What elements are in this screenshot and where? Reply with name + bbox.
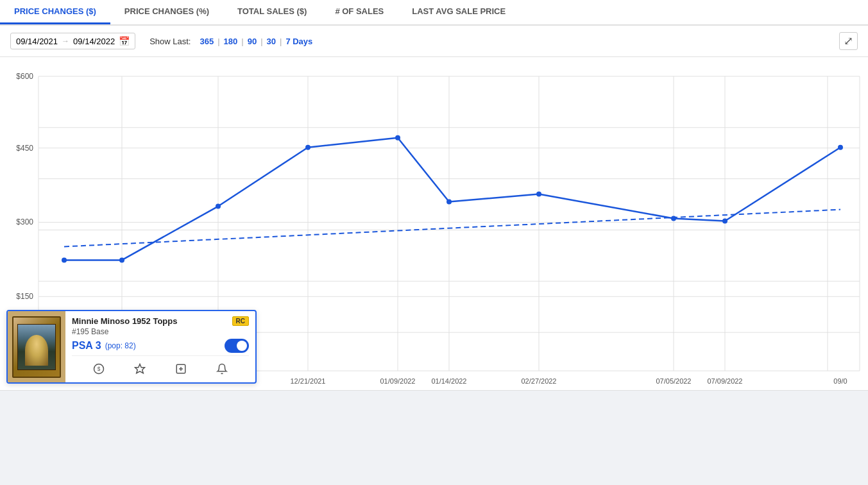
date-from: 09/14/2021	[16, 37, 58, 46]
card-panel: Minnie Minoso 1952 Topps RC #195 Base PS…	[6, 310, 257, 384]
svg-text:$450: $450	[16, 144, 33, 153]
svg-text:12/21/2021: 12/21/2021	[291, 377, 326, 385]
date-range-picker[interactable]: 09/14/2021 → 09/14/2022 📅	[10, 33, 135, 49]
card-image-inner	[12, 316, 61, 378]
svg-point-28	[62, 257, 67, 262]
tab-price-changes-pct[interactable]: PRICE CHANGES (%)	[110, 0, 223, 24]
show-last-365[interactable]: 365	[200, 37, 214, 46]
card-face	[17, 324, 56, 370]
card-info: Minnie Minoso 1952 Topps RC #195 Base PS…	[65, 311, 255, 382]
tab-total-sales[interactable]: TOTAL SALES ($)	[223, 0, 321, 24]
svg-point-35	[671, 216, 676, 221]
svg-text:01/09/2022: 01/09/2022	[380, 377, 416, 385]
svg-point-29	[119, 257, 124, 262]
svg-text:$300: $300	[16, 218, 33, 227]
svg-point-33	[447, 200, 452, 205]
controls-bar: 09/14/2021 → 09/14/2022 📅 Show Last: 365…	[0, 26, 868, 57]
card-figure	[25, 335, 48, 366]
add-icon[interactable]	[172, 360, 190, 378]
rc-badge: RC	[232, 316, 249, 326]
expand-button[interactable]: ⤢	[839, 32, 858, 50]
svg-text:$150: $150	[16, 292, 33, 301]
show-last-180[interactable]: 180	[224, 37, 238, 46]
divider-1: |	[217, 37, 219, 46]
card-set: #195 Base	[72, 327, 249, 336]
tab-last-avg-sale-price[interactable]: LAST AVG SALE PRICE	[398, 0, 520, 24]
card-pop: (pop: 82)	[105, 341, 136, 350]
svg-text:07/09/2022: 07/09/2022	[708, 377, 743, 385]
svg-point-36	[722, 219, 728, 224]
show-last-30[interactable]: 30	[267, 37, 276, 46]
show-last-7days[interactable]: 7 Days	[285, 37, 312, 46]
card-toggle[interactable]	[225, 339, 249, 353]
show-last-label: Show Last:	[149, 37, 191, 46]
card-grade-row: PSA 3 (pop: 82)	[72, 339, 249, 353]
date-to: 09/14/2022	[73, 37, 115, 46]
card-name: Minnie Minoso 1952 Topps	[72, 316, 177, 326]
svg-text:07/05/2022: 07/05/2022	[656, 377, 692, 385]
divider-2: |	[241, 37, 243, 46]
divider-3: |	[260, 37, 262, 46]
divider-4: |	[280, 37, 282, 46]
svg-marker-50	[135, 364, 145, 373]
svg-point-37	[838, 145, 843, 150]
chart-area: $600 $450 $300 $150 $0 10/20/2021 10/31/…	[0, 57, 868, 391]
svg-text:$600: $600	[16, 72, 33, 81]
svg-text:09/0: 09/0	[833, 377, 847, 385]
tab-num-sales[interactable]: # OF SALES	[321, 0, 398, 24]
favorite-icon[interactable]	[131, 360, 149, 378]
svg-text:01/14/2022: 01/14/2022	[432, 377, 467, 385]
svg-point-31	[305, 145, 311, 150]
price-alert-icon[interactable]: $	[90, 360, 108, 378]
card-actions: $	[72, 355, 249, 382]
show-last-90[interactable]: 90	[248, 37, 257, 46]
calendar-icon: 📅	[119, 36, 130, 46]
card-title-row: Minnie Minoso 1952 Topps RC	[72, 316, 249, 326]
bell-icon[interactable]	[213, 360, 231, 378]
card-image	[8, 311, 65, 382]
date-range-arrow: →	[62, 37, 69, 46]
svg-point-32	[395, 135, 400, 140]
svg-point-34	[536, 192, 541, 197]
show-last-options: 365 | 180 | 90 | 30 | 7 Days	[200, 37, 312, 46]
tabs-bar: PRICE CHANGES ($) PRICE CHANGES (%) TOTA…	[0, 0, 868, 26]
svg-text:$: $	[98, 366, 101, 372]
card-grade: PSA 3	[72, 340, 101, 352]
svg-point-30	[216, 204, 221, 209]
svg-text:02/27/2022: 02/27/2022	[522, 377, 557, 385]
tab-price-changes-dollar[interactable]: PRICE CHANGES ($)	[0, 0, 110, 24]
